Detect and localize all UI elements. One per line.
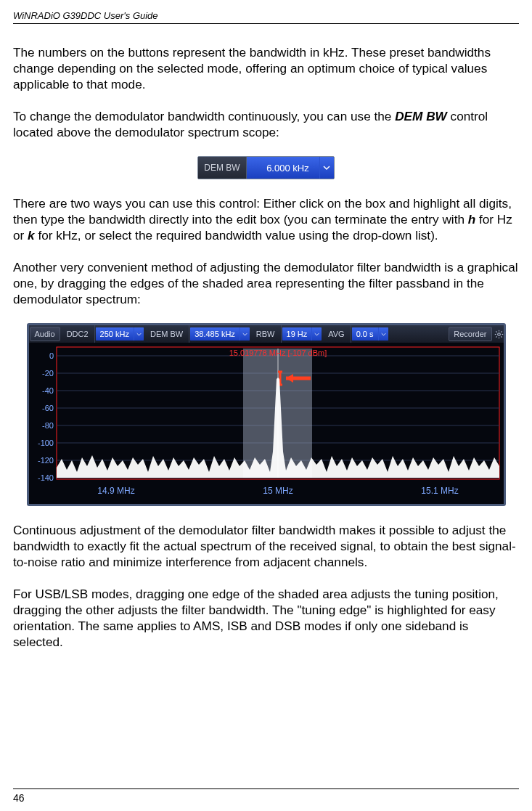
paragraph-4: Another very convenient method of adjust… (13, 259, 519, 307)
ytick-7: -140 (37, 473, 53, 482)
chevron-down-icon (242, 332, 247, 337)
ddc2-select[interactable]: 250 kHz (96, 327, 144, 341)
dembw-label: DEM BW (198, 157, 246, 179)
svg-line-7 (496, 336, 496, 337)
rbw-value[interactable]: 19 Hz (282, 327, 312, 341)
xtick-0: 14.9 MHz (97, 486, 134, 496)
recorder-tab[interactable]: Recorder (449, 327, 491, 341)
chevron-down-icon (314, 332, 319, 337)
rbw-label: RBW (250, 325, 282, 343)
ddc2-label: DDC2 (61, 325, 95, 343)
k-key: k (28, 228, 35, 243)
text: for kHz, or select the required bandwidt… (35, 228, 438, 243)
page-footer: 46 (13, 788, 519, 804)
xtick-1: 15 MHz (263, 486, 292, 496)
page-number: 46 (13, 792, 25, 804)
spectrum-marker: 15.019778 MHz [-107 dBm] (229, 349, 327, 357)
paragraph-3: There are two ways you can use this cont… (13, 195, 519, 243)
header-title: WiNRADiO G39DDC User's Guide (13, 10, 519, 24)
paragraph-1: The numbers on the buttons represent the… (13, 44, 519, 92)
chevron-down-icon (381, 332, 386, 337)
ddc2-value[interactable]: 250 kHz (96, 327, 134, 341)
settings-button[interactable] (494, 325, 504, 343)
ytick-6: -120 (37, 456, 53, 465)
dembw-value-input[interactable]: 6.000 kHz (247, 157, 319, 179)
dembw-term: DEM BW (395, 109, 447, 123)
ytick-1: -20 (42, 369, 54, 378)
ytick-0: 0 (49, 351, 53, 360)
text: To change the demodulator bandwidth cont… (13, 109, 395, 123)
rbw-select[interactable]: 19 Hz (282, 327, 322, 341)
chevron-down-icon (323, 164, 330, 171)
avg-select[interactable]: 0.0 s (352, 327, 388, 341)
svg-line-6 (501, 336, 502, 337)
spectrum-display[interactable]: 0 -20 -40 -60 -80 -100 -120 -140 15.0197… (29, 343, 504, 504)
ytick-2: -40 (42, 386, 54, 395)
spectrum-toolbar: Audio DDC2 250 kHz DEM BW 38.485 kHz RBW… (29, 325, 504, 343)
svg-point-0 (497, 333, 500, 335)
dembw-dropdown-button[interactable] (319, 157, 334, 179)
dembw-toolbar-value[interactable]: 38.485 kHz (190, 327, 240, 341)
svg-line-5 (496, 331, 496, 332)
text: There are two ways you can use this cont… (13, 196, 512, 227)
ddc2-dropdown[interactable] (134, 327, 144, 341)
avg-dropdown[interactable] (378, 327, 388, 341)
avg-label: AVG (322, 325, 351, 343)
ytick-5: -100 (37, 439, 53, 447)
audio-tab[interactable]: Audio (30, 327, 60, 341)
xtick-2: 15.1 MHz (421, 486, 458, 496)
ytick-3: -60 (42, 404, 54, 412)
svg-line-8 (501, 331, 502, 332)
ytick-4: -80 (42, 421, 54, 430)
paragraph-2: To change the demodulator bandwidth cont… (13, 108, 519, 140)
chevron-down-icon (136, 332, 142, 337)
demodulator-spectrum-panel: Audio DDC2 250 kHz DEM BW 38.485 kHz RBW… (27, 323, 506, 506)
dembw-toolbar-label: DEM BW (144, 325, 189, 343)
dembw-toolbar-dropdown[interactable] (240, 327, 250, 341)
h-key: h (468, 212, 476, 227)
avg-value[interactable]: 0.0 s (352, 327, 378, 341)
paragraph-6: For USB/LSB modes, dragging one edge of … (13, 586, 519, 650)
dembw-control[interactable]: DEM BW 6.000 kHz (197, 156, 334, 179)
rbw-dropdown[interactable] (311, 327, 322, 341)
paragraph-5: Continuous adjustment of the demodulator… (13, 522, 519, 570)
gear-icon (494, 330, 504, 339)
dembw-toolbar-select[interactable]: 38.485 kHz (190, 327, 250, 341)
